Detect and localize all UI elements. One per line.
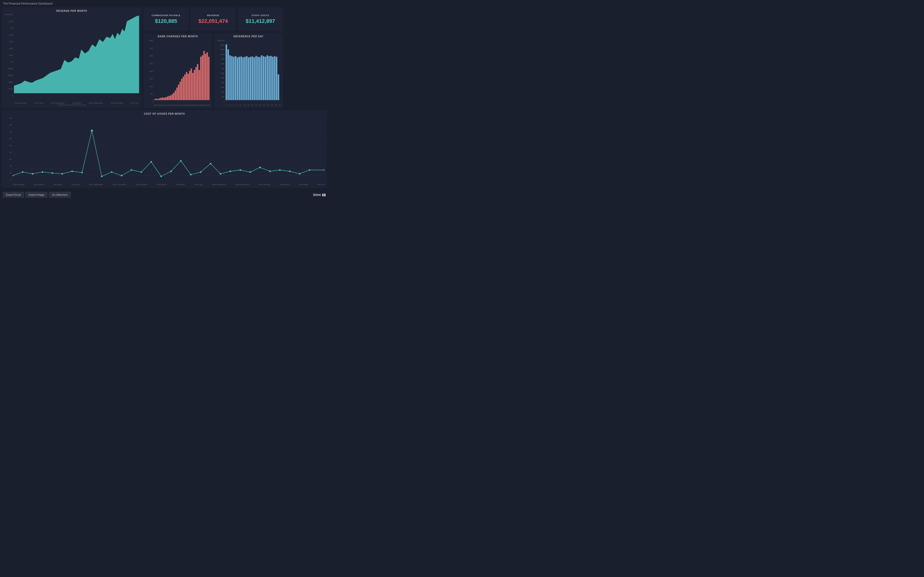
- svg-point-126: [200, 171, 201, 172]
- svg-rect-47: [195, 67, 197, 100]
- svg-rect-77: [242, 58, 244, 100]
- svg-point-134: [279, 169, 281, 171]
- footer: Export Excel Export Image Go fullscreen …: [0, 190, 329, 200]
- svg-point-122: [160, 176, 162, 177]
- svg-rect-91: [268, 56, 270, 100]
- svg-rect-29: [167, 97, 168, 100]
- svg-rect-52: [204, 51, 205, 100]
- svg-rect-76: [241, 56, 242, 100]
- svg-rect-71: [231, 56, 233, 100]
- svg-point-110: [42, 171, 43, 172]
- bottom-section: COST OF GOODS PER MONTH 9K 8K 7K 6K 5K 4…: [0, 108, 329, 190]
- svg-rect-30: [168, 96, 170, 100]
- svg-point-138: [324, 169, 325, 171]
- svg-point-113: [71, 171, 73, 172]
- svg-point-128: [220, 173, 221, 174]
- svg-rect-48: [197, 64, 198, 100]
- svg-point-136: [299, 173, 300, 174]
- svg-rect-72: [233, 57, 234, 100]
- svg-rect-51: [202, 55, 203, 100]
- svg-rect-68: [226, 45, 227, 100]
- staff-costs-kpi: STAFF COSTS $11,412,897: [238, 7, 283, 31]
- svg-point-114: [81, 172, 83, 173]
- svg-rect-28: [165, 97, 166, 100]
- svg-rect-53: [205, 54, 206, 100]
- svg-point-120: [141, 171, 142, 172]
- commission-label: COMMISSION PAYABLE: [152, 14, 181, 16]
- reference-chart-title: REFERENCE PER DAY: [216, 35, 281, 38]
- svg-rect-43: [189, 71, 190, 100]
- svg-point-137: [309, 169, 310, 171]
- svg-rect-73: [235, 56, 236, 100]
- svg-rect-46: [194, 70, 195, 100]
- svg-point-115: [91, 130, 93, 132]
- svg-rect-26: [162, 97, 163, 100]
- export-excel-button[interactable]: Export Excel: [3, 192, 24, 198]
- cost-of-goods-panel: COST OF GOODS PER MONTH 9K 8K 7K 6K 5K 4…: [2, 110, 327, 188]
- reference-per-day-panel: REFERENCE PER DAY Reference 120K 110K 10…: [214, 33, 283, 108]
- svg-rect-37: [179, 82, 181, 100]
- svg-rect-27: [164, 98, 165, 100]
- svg-rect-35: [176, 87, 178, 100]
- revenue-label: REVENUE: [207, 14, 220, 16]
- svg-point-129: [229, 171, 231, 172]
- svg-rect-88: [263, 56, 264, 100]
- cost-chart-title: COST OF GOODS PER MONTH: [4, 113, 325, 115]
- svg-rect-80: [248, 58, 249, 100]
- staff-costs-value: $11,412,897: [246, 18, 275, 24]
- svg-point-127: [210, 163, 211, 164]
- svg-rect-55: [208, 57, 209, 100]
- export-image-button[interactable]: Export Image: [26, 192, 47, 198]
- svg-rect-22: [156, 98, 157, 100]
- svg-rect-89: [265, 57, 266, 100]
- commission-kpi: COMMISSION PAYABLE $120,885: [144, 7, 189, 31]
- svg-point-123: [170, 171, 172, 172]
- svg-point-135: [289, 171, 291, 172]
- svg-point-116: [101, 176, 102, 177]
- svg-rect-42: [187, 74, 189, 100]
- svg-marker-12: [14, 16, 139, 93]
- bank-charges-svg: [154, 39, 210, 104]
- footer-buttons: Export Excel Export Image Go fullscreen: [3, 192, 71, 198]
- svg-rect-34: [175, 90, 176, 100]
- svg-rect-36: [178, 85, 179, 100]
- svg-rect-33: [173, 93, 174, 100]
- revenue-chart-svg: [14, 14, 139, 102]
- svg-rect-84: [255, 56, 257, 100]
- svg-rect-24: [159, 98, 160, 100]
- svg-rect-79: [246, 56, 247, 100]
- svg-rect-83: [254, 58, 255, 100]
- svg-rect-95: [276, 57, 277, 100]
- svg-point-124: [180, 160, 182, 161]
- bank-charges-panel: BANK CHARGES PER MONTH 40K 35K 30K 25K 2…: [144, 33, 212, 108]
- svg-point-119: [131, 169, 132, 171]
- svg-rect-81: [250, 57, 251, 100]
- svg-rect-96: [278, 74, 279, 100]
- svg-rect-49: [199, 70, 200, 100]
- bime-logo: bime ▮▮: [313, 193, 326, 197]
- svg-point-117: [111, 171, 112, 172]
- bank-charges-title: BANK CHARGES PER MONTH: [145, 35, 210, 38]
- svg-rect-32: [171, 94, 173, 100]
- svg-point-121: [150, 161, 152, 163]
- svg-point-125: [190, 174, 192, 175]
- svg-point-107: [13, 175, 13, 176]
- svg-rect-94: [274, 56, 276, 100]
- svg-point-132: [259, 167, 261, 168]
- svg-rect-82: [252, 56, 253, 100]
- revenue-y-label: REVENUE: [5, 14, 13, 15]
- svg-rect-31: [170, 95, 171, 100]
- svg-rect-41: [186, 72, 187, 100]
- svg-rect-25: [160, 98, 162, 100]
- svg-rect-87: [261, 55, 262, 100]
- svg-point-111: [52, 172, 53, 174]
- svg-rect-39: [183, 77, 184, 100]
- svg-point-112: [61, 173, 63, 174]
- svg-rect-45: [192, 73, 194, 100]
- reference-chart-svg: [225, 39, 281, 104]
- go-fullscreen-button[interactable]: Go fullscreen: [49, 192, 71, 198]
- svg-rect-44: [191, 69, 192, 100]
- svg-point-108: [22, 171, 23, 172]
- svg-rect-38: [181, 79, 183, 100]
- svg-rect-85: [257, 57, 258, 100]
